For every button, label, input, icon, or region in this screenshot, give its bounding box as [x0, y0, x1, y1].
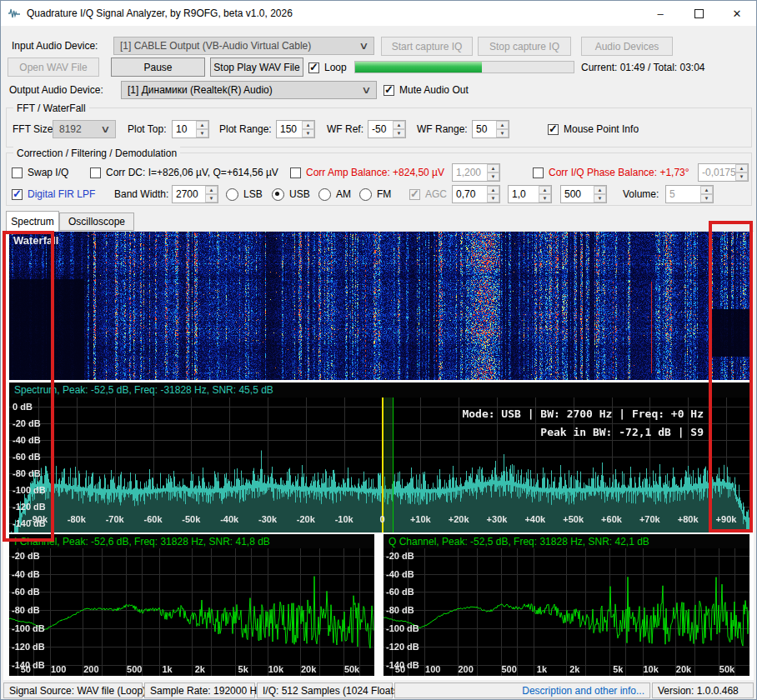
- plot-range-spinner[interactable]: 150 ▲▼: [276, 120, 315, 138]
- maximize-icon: [694, 9, 704, 18]
- spectrum-canvas[interactable]: [9, 398, 749, 532]
- mode-am-label: AM: [336, 188, 351, 200]
- corr-phase-checkbox[interactable]: Corr I/Q Phase Balance: +1,73°: [533, 164, 689, 181]
- stop-capture-button[interactable]: Stop capture IQ: [478, 37, 571, 56]
- spin-down-icon[interactable]: ▼: [302, 129, 314, 138]
- spin-up-icon[interactable]: ▲: [302, 121, 314, 129]
- fft-size-label: FFT Size:: [13, 120, 56, 138]
- mouse-point-info-checkbox[interactable]: Mouse Point Info: [548, 121, 639, 138]
- spin-up-icon[interactable]: ▲: [393, 121, 405, 129]
- spin-down-icon[interactable]: ▼: [539, 194, 551, 202]
- mouse-point-checkbox-box: [548, 124, 559, 135]
- tab-spectrum-label: Spectrum: [11, 216, 53, 228]
- close-button[interactable]: ✕: [718, 1, 756, 26]
- fir-lpf-checkbox-box: [12, 189, 23, 200]
- correction-group-title: Correction / Filtering / Demodulation: [13, 147, 180, 160]
- agc-attack-spinner[interactable]: 0,70 ▲▼: [452, 185, 500, 203]
- tab-oscilloscope[interactable]: Oscilloscope: [59, 212, 134, 231]
- start-capture-button[interactable]: Start capture IQ: [381, 37, 473, 56]
- loop-checkbox-label: Loop: [324, 62, 347, 73]
- radio-icon: [318, 188, 331, 201]
- spin-down-icon[interactable]: ▼: [496, 129, 509, 138]
- agc-decay-spinner[interactable]: 1,0 ▲▼: [508, 185, 552, 203]
- mode-lsb-label: LSB: [243, 188, 263, 200]
- agc-checkbox[interactable]: AGC: [409, 186, 447, 202]
- fft-group-title: FFT / WaterFall: [13, 102, 89, 115]
- plot-range-label: Plot Range:: [219, 120, 272, 138]
- mode-radio-usb[interactable]: USB: [272, 186, 310, 202]
- q-channel-canvas[interactable]: [384, 548, 749, 676]
- mode-fm-label: FM: [377, 188, 391, 200]
- minimize-button[interactable]: –: [641, 1, 679, 26]
- chevron-down-icon: ∨: [358, 40, 368, 52]
- agc-hang-spinner[interactable]: 500 ▲▼: [560, 185, 607, 203]
- band-width-label: Band Width:: [114, 185, 168, 203]
- wf-range-spinner[interactable]: 50 ▲▼: [472, 120, 509, 138]
- i-channel-canvas[interactable]: [9, 548, 374, 676]
- agc-checkbox-box: [409, 189, 420, 200]
- spin-up-icon[interactable]: ▲: [487, 164, 499, 172]
- radio-icon: [226, 188, 238, 201]
- mode-radio-fm[interactable]: FM: [359, 186, 391, 202]
- mode-radio-am[interactable]: AM: [318, 186, 351, 202]
- status-signal-source: Signal Source: WAV file (Loop): [3, 682, 143, 698]
- fir-lpf-checkbox[interactable]: Digital FIR LPF: [12, 186, 95, 202]
- audio-devices-button[interactable]: Audio Devices: [581, 37, 673, 56]
- output-device-combo[interactable]: [1] Динамики (Realtek(R) Audio) ∨: [121, 81, 377, 99]
- corr-amp-checkbox[interactable]: Corr Amp Balance: +824,50 µV: [290, 164, 444, 181]
- wf-ref-value: -50: [368, 121, 393, 138]
- i-channel-panel: I Channel, Peak: -52,6 dB, Freq: 31828 H…: [9, 534, 374, 676]
- status-description-link[interactable]: Description and other info...: [394, 682, 650, 698]
- input-device-combo[interactable]: [1] CABLE Output (VB-Audio Virtual Cable…: [113, 37, 374, 55]
- wf-ref-spinner[interactable]: -50 ▲▼: [368, 120, 406, 138]
- agc-value2: 1,0: [509, 186, 539, 202]
- corr-phase-spinner[interactable]: -0,0175 ▲▼: [698, 163, 749, 182]
- spin-down-icon[interactable]: ▼: [393, 129, 405, 138]
- spectrum-panel: Spectrum, Peak: -52,5 dB, Freq: -31828 H…: [9, 382, 749, 532]
- spin-up-icon[interactable]: ▲: [487, 186, 499, 194]
- mode-radio-lsb[interactable]: LSB: [226, 186, 263, 202]
- spin-down-icon[interactable]: ▼: [205, 194, 218, 202]
- spin-down-icon[interactable]: ▼: [735, 172, 748, 181]
- band-width-spinner[interactable]: 2700 ▲▼: [172, 185, 218, 203]
- waterfall-canvas[interactable]: [9, 232, 749, 380]
- corr-phase-label: Corr I/Q Phase Balance: +1,73°: [549, 167, 689, 178]
- stop-play-wav-button[interactable]: Stop Play WAV File: [210, 58, 303, 77]
- spin-up-icon[interactable]: ▲: [196, 121, 208, 129]
- status-bar: Signal Source: WAV file (Loop) Sample Ra…: [1, 682, 756, 699]
- status-iq-info: I/Q: 512 Samples (1024 Floats): [257, 682, 393, 698]
- volume-spinner[interactable]: 5 ▲▼: [665, 185, 714, 203]
- spin-down-icon[interactable]: ▼: [196, 129, 208, 138]
- corr-dc-checkbox[interactable]: Corr DC: I=+826,06 µV, Q=+614,56 µV: [90, 164, 278, 181]
- plot-top-label: Plot Top:: [128, 120, 166, 138]
- spin-up-icon[interactable]: ▲: [539, 186, 551, 194]
- fir-lpf-label: Digital FIR LPF: [28, 188, 95, 200]
- spin-up-icon[interactable]: ▲: [594, 186, 606, 194]
- progress-fill: [355, 62, 482, 72]
- spin-up-icon[interactable]: ▲: [735, 164, 748, 172]
- swap-iq-checkbox[interactable]: Swap I/Q: [12, 164, 68, 181]
- spin-up-icon[interactable]: ▲: [700, 186, 713, 194]
- spin-down-icon[interactable]: ▼: [700, 194, 713, 202]
- mute-checkbox-box: [384, 85, 394, 96]
- mute-audio-checkbox[interactable]: Mute Audio Out: [384, 82, 469, 98]
- mute-checkbox-label: Mute Audio Out: [399, 84, 469, 96]
- spin-down-icon[interactable]: ▼: [487, 172, 499, 181]
- output-device-label: Output Audio Device:: [9, 81, 103, 99]
- spin-up-icon[interactable]: ▲: [496, 121, 509, 129]
- status-sample-rate: Sample Rate: 192000 Hz: [144, 682, 255, 698]
- loop-checkbox-box: [308, 62, 319, 73]
- open-wav-button[interactable]: Open WAV File: [8, 58, 99, 77]
- pause-button[interactable]: Pause: [111, 58, 205, 77]
- loop-checkbox[interactable]: Loop: [308, 59, 347, 76]
- spin-up-icon[interactable]: ▲: [205, 186, 218, 194]
- title-bar: Quadrature I/Q Signal Analyzer, by R9OFG…: [1, 1, 756, 26]
- fft-size-combo[interactable]: 8192 ∨: [53, 120, 116, 138]
- playback-progress-bar: [354, 61, 574, 73]
- corr-amp-spinner[interactable]: 1,200 ▲▼: [452, 163, 500, 182]
- spin-down-icon[interactable]: ▼: [594, 194, 606, 202]
- tab-spectrum[interactable]: Spectrum: [6, 211, 59, 232]
- spin-down-icon[interactable]: ▼: [487, 194, 499, 202]
- maximize-button[interactable]: [679, 1, 718, 26]
- plot-top-spinner[interactable]: 10 ▲▼: [172, 120, 209, 138]
